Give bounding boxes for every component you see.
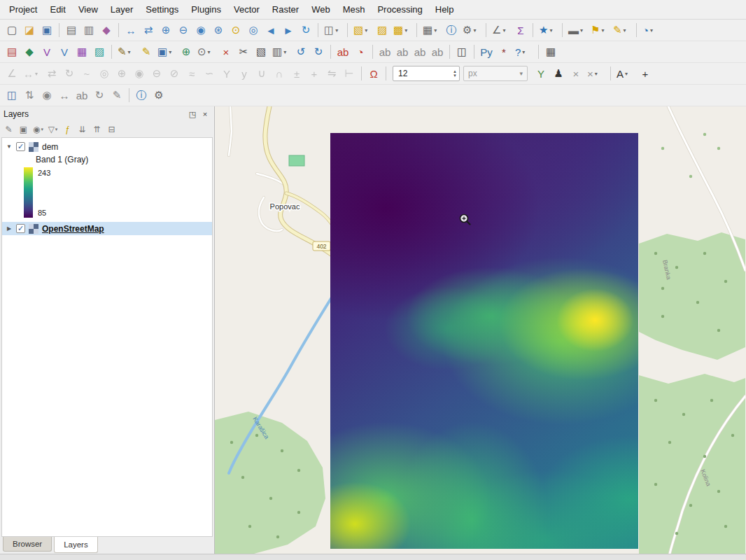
advanced-digitizing-button[interactable]: ∠ — [3, 65, 20, 82]
layer-row-dem[interactable]: ▼ ✓ dem — [2, 140, 212, 153]
simplify-feature-button[interactable]: ~ — [78, 65, 95, 82]
map-canvas[interactable]: Popovac 402 Karašica Branka Kolina — [215, 106, 746, 554]
bug-tool-button[interactable]: * — [495, 43, 512, 60]
osm-layer-checkbox[interactable]: ✓ — [16, 224, 25, 233]
chevron-down-icon[interactable]: ▼ — [6, 144, 13, 150]
annotation-marker-button[interactable]: ♟ — [550, 65, 567, 82]
close-panel-button[interactable]: × — [199, 108, 211, 120]
delete-part-button[interactable]: ⊘ — [166, 65, 183, 82]
current-edits-button[interactable]: ✎ — [115, 43, 137, 60]
deselect-features-button[interactable]: ▩ — [391, 22, 413, 38]
spinner-arrows-icon[interactable]: ▲▼ — [453, 69, 459, 78]
pin-unpin-labels-button[interactable]: ⇅ — [21, 87, 38, 104]
crosshair-select-button[interactable]: + — [637, 65, 654, 82]
offset-curve-button[interactable]: ≈ — [183, 65, 200, 82]
reverse-line-button[interactable]: ⇋ — [323, 65, 340, 82]
export-animation-button[interactable]: ◫ — [453, 43, 470, 60]
show-unplaced-labels-button[interactable]: ◫ — [3, 87, 20, 104]
select-by-form-button[interactable]: ▨ — [374, 22, 390, 38]
move-feature-button[interactable]: ↔ — [21, 65, 43, 82]
cut-features-button[interactable]: ✂ — [235, 43, 252, 60]
layer-diagram-button[interactable]: ◔ — [352, 43, 369, 60]
collapse-all-button[interactable]: ⇈ — [90, 123, 104, 136]
show-layout-manager-button[interactable]: ▥ — [80, 22, 97, 38]
pan-map-button[interactable]: ↔ — [122, 22, 139, 38]
delete-ring-button[interactable]: ⊖ — [148, 65, 165, 82]
dem-layer-checkbox[interactable]: ✓ — [16, 142, 25, 151]
measure-button[interactable]: ∠ — [490, 22, 512, 38]
show-hidden-labels-button[interactable]: ab — [376, 43, 393, 60]
run-feature-action-button[interactable]: ⚙ — [460, 22, 482, 38]
new-geopackage-layer-button[interactable]: ◆ — [21, 43, 38, 60]
menu-project[interactable]: Project — [3, 1, 43, 18]
vertex-tool-button[interactable]: ⊙ — [195, 43, 217, 60]
style-manager-button[interactable]: ◆ — [98, 22, 115, 38]
new-shapefile-layer-button[interactable]: V — [38, 43, 55, 60]
menu-mesh[interactable]: Mesh — [337, 1, 372, 18]
reshape-features-button[interactable]: ∽ — [201, 65, 218, 82]
merge-features-button[interactable]: ∪ — [253, 65, 270, 82]
offset-point-symbol-button[interactable]: + — [306, 65, 323, 82]
zoom-next-button[interactable]: ► — [280, 22, 297, 38]
units-dropdown[interactable]: px ▾ — [463, 66, 528, 81]
redo-button[interactable]: ↻ — [310, 43, 327, 60]
data-source-manager-button[interactable]: ▤ — [3, 43, 20, 60]
float-panel-button[interactable]: ◳ — [187, 108, 198, 120]
rotate-label-button[interactable]: ↻ — [91, 87, 108, 104]
clear-annotations-button[interactable]: × — [585, 65, 607, 82]
change-label-button[interactable]: ab — [73, 87, 90, 104]
rotate-feature-button[interactable]: ↻ — [61, 65, 78, 82]
delete-selected-button[interactable]: × — [218, 43, 234, 60]
show-hide-labels-button[interactable]: ◉ — [38, 87, 55, 104]
python-console-button[interactable]: Py — [478, 43, 495, 60]
new-map-view-button[interactable]: ◫ — [322, 22, 344, 38]
layer-labeling-button[interactable]: ab — [335, 43, 351, 60]
remove-layer-button[interactable]: ⊟ — [105, 123, 118, 136]
menu-settings[interactable]: Settings — [139, 1, 185, 18]
undo-button[interactable]: ↺ — [293, 43, 309, 60]
label-properties-button[interactable]: ✎ — [108, 87, 125, 104]
info-button[interactable]: ⓘ — [133, 87, 150, 104]
menu-help[interactable]: Help — [429, 1, 460, 18]
move-rotate-label-button[interactable]: ↔ — [56, 87, 73, 104]
filter-by-expression-button[interactable]: ƒ — [61, 123, 74, 136]
fill-ring-button[interactable]: ◉ — [131, 65, 148, 82]
remove-annotation-button[interactable]: × — [568, 65, 584, 82]
menu-plugins[interactable]: Plugins — [185, 1, 227, 18]
tab-browser[interactable]: Browser — [3, 537, 52, 552]
add-ring-button[interactable]: ◎ — [96, 65, 113, 82]
layer-row-openstreetmap[interactable]: ▶ ✓ OpenStreetMap — [2, 222, 212, 235]
menu-web[interactable]: Web — [305, 1, 337, 18]
zoom-to-layer-button[interactable]: ◎ — [245, 22, 262, 38]
statistics-summary-button[interactable]: Σ — [512, 22, 529, 38]
chevron-right-icon[interactable]: ▶ — [6, 225, 13, 232]
pan-to-selection-button[interactable]: ⇄ — [140, 22, 157, 38]
annotation-line-button[interactable]: Y — [533, 65, 549, 82]
identify-features-button[interactable]: ⓘ — [443, 22, 460, 38]
save-layer-edits-button[interactable]: ▣ — [155, 43, 177, 60]
menu-view[interactable]: View — [72, 1, 104, 18]
open-layer-styling-button[interactable]: ✎ — [2, 123, 15, 136]
paste-features-button[interactable]: ▥ — [270, 43, 292, 60]
new-mesh-layer-button[interactable]: ▨ — [91, 43, 108, 60]
text-format-button[interactable]: A — [614, 65, 636, 82]
add-group-button[interactable]: ▣ — [17, 123, 30, 136]
menu-edit[interactable]: Edit — [43, 1, 71, 18]
zoom-in-button[interactable]: ⊕ — [157, 22, 174, 38]
trim-extend-button[interactable]: ⊢ — [341, 65, 358, 82]
zoom-full-button[interactable]: ⊛ — [210, 22, 227, 38]
copy-features-button[interactable]: ▧ — [253, 43, 269, 60]
map-tips-button[interactable]: ⚑ — [589, 22, 610, 38]
elevation-profile-button[interactable]: ▬ — [566, 22, 588, 38]
split-parts-button[interactable]: y — [236, 65, 253, 82]
copy-move-feature-button[interactable]: ⇄ — [43, 65, 60, 82]
bookmarks-button[interactable]: ★ — [537, 22, 558, 38]
context-help-button[interactable]: ? — [513, 43, 535, 60]
panels-grid-button[interactable]: ▦ — [542, 43, 559, 60]
new-project-button[interactable]: ▢ — [3, 22, 20, 38]
pin-labels-button[interactable]: ab — [394, 43, 411, 60]
temporal-controller-button[interactable]: ◔ — [640, 22, 662, 38]
refresh-map-button[interactable]: ↻ — [297, 22, 314, 38]
zoom-out-button[interactable]: ⊖ — [175, 22, 192, 38]
layer-name-openstreetmap[interactable]: OpenStreetMap — [42, 224, 104, 234]
